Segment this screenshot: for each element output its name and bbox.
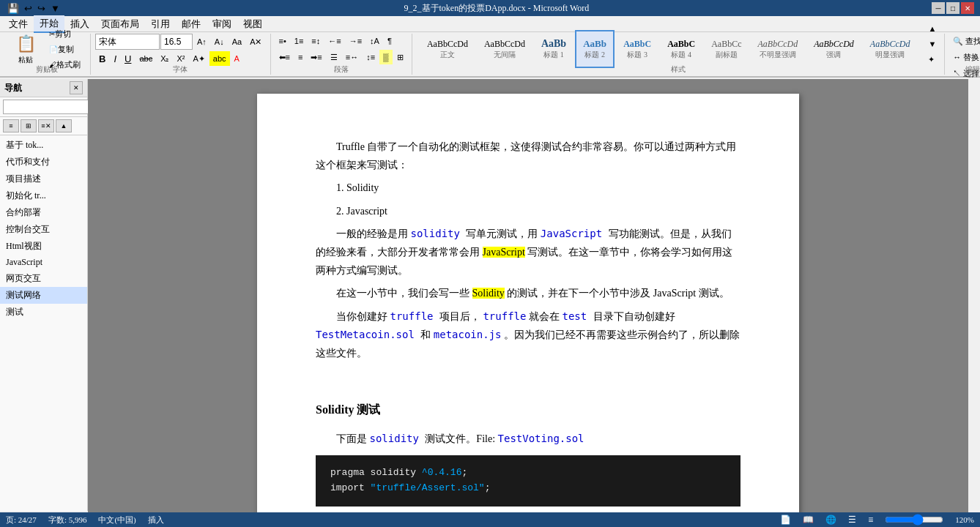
font-row-2: B I U abc X₂ X² A✦ abc A (95, 51, 243, 66)
customize-qat-button[interactable]: ▼ (49, 1, 62, 15)
sort-button[interactable]: ↕A (366, 34, 383, 48)
increase-font-button[interactable]: A↑ (193, 34, 210, 49)
nav-item-1[interactable]: 代币和支付 (0, 154, 87, 171)
find-button[interactable]: 🔍 查找 ▼ (949, 34, 980, 48)
style-h1[interactable]: AaBb 标题 1 (534, 30, 573, 68)
undo-button[interactable]: ↩ (23, 1, 34, 15)
menu-references[interactable]: 引用 (145, 16, 176, 32)
justify-button[interactable]: ☰ (327, 50, 341, 64)
style-h4[interactable]: AaBbC 标题 4 (660, 30, 702, 68)
line-spacing-button[interactable]: ↕≡ (363, 50, 379, 64)
view-web-btn[interactable]: 🌐 (825, 515, 836, 525)
font-color-button[interactable]: A (231, 51, 243, 66)
nav-items-list: 基于 tok... 代币和支付 项目描述 初始化 tr... 合约部署 控制台交… (0, 135, 87, 511)
nav-item-0[interactable]: 基于 tok... (0, 137, 87, 154)
zoom-slider[interactable] (885, 516, 943, 523)
minimize-button[interactable]: ─ (932, 2, 945, 14)
title-bar: 💾 ↩ ↪ ▼ 9_2_基于token的投票DApp.docx - Micros… (0, 0, 980, 16)
shading-button[interactable]: ▒ (379, 50, 393, 64)
style-subtle-emph[interactable]: AaBbCcDd 不明显强调 (751, 30, 806, 68)
view-fullread-btn[interactable]: 📖 (803, 515, 814, 525)
text-solidity-1: solidity (411, 228, 467, 239)
italic-button[interactable]: I (110, 51, 120, 66)
editing-group: 🔍 查找 ▼ ↔ 替换 ↖ 选择 ▼ 编辑 (945, 34, 980, 75)
style-zhengwen[interactable]: AaBbCcDd 正文 (420, 30, 475, 68)
style-h3[interactable]: AaBbC 标题 3 (616, 30, 658, 68)
style-emph[interactable]: AaBbCcDd 强调 (806, 30, 861, 68)
menu-file[interactable]: 文件 (3, 16, 34, 32)
paste-button[interactable]: 📋 粘贴 (7, 31, 44, 67)
bullets-button[interactable]: ≡• (275, 34, 290, 48)
show-marks-button[interactable]: ¶ (384, 34, 396, 48)
view-print-btn[interactable]: 📄 (780, 515, 791, 525)
align-center-button[interactable]: ≡ (294, 50, 306, 64)
font-name-input[interactable] (95, 34, 160, 50)
maximize-button[interactable]: □ (946, 2, 959, 14)
change-case-button[interactable]: Aa (229, 34, 245, 49)
nav-view-headings[interactable]: ≡ (3, 119, 19, 132)
style-h2[interactable]: AaBb 标题 2 (575, 30, 615, 68)
subscript-button[interactable]: X₂ (157, 51, 172, 66)
close-button[interactable]: ✕ (961, 2, 974, 14)
decrease-font-button[interactable]: A↓ (211, 34, 228, 49)
redo-button[interactable]: ↪ (36, 1, 47, 15)
text-highlight-button[interactable]: abc (209, 51, 230, 66)
underline-button[interactable]: U (121, 51, 135, 66)
nav-item-7[interactable]: JavaScript (0, 255, 87, 270)
styles-gallery: AaBbCcDd 正文 AaBbCcDd 无间隔 AaBb 标题 1 AaBb … (417, 30, 921, 68)
view-outline-btn[interactable]: ☰ (848, 515, 856, 525)
distributed-button[interactable]: ≡↔ (342, 50, 362, 64)
para-row-2: ⬅≡ ≡ ➡≡ ☰ ≡↔ ↕≡ ▒ ⊞ (275, 50, 407, 64)
nav-view-pages[interactable]: ⊞ (21, 119, 37, 132)
decrease-indent-button[interactable]: ←≡ (324, 34, 344, 48)
text-solidity-file: solidity (370, 433, 426, 444)
window-title: 9_2_基于token的投票DApp.docx - Microsoft Word (62, 2, 932, 15)
nav-close-btn[interactable]: ✕ (70, 81, 83, 94)
font-row-1: A↑ A↓ Aa A✕ (95, 34, 266, 50)
nav-item-3[interactable]: 初始化 tr... (0, 187, 87, 204)
align-left-button[interactable]: ⬅≡ (275, 50, 294, 64)
numbering-button[interactable]: 1≡ (291, 34, 308, 48)
code-block: pragma solidity ^0.4.16; import "truffle… (316, 455, 740, 507)
borders-button[interactable]: ⊞ (393, 50, 407, 64)
nav-item-2[interactable]: 项目描述 (0, 171, 87, 187)
menu-mailings[interactable]: 邮件 (176, 16, 207, 32)
styles-scroll-down[interactable]: ▼ (924, 37, 940, 51)
nav-view-results[interactable]: ≡✕ (38, 119, 54, 132)
text-effects-button[interactable]: A✦ (190, 51, 209, 66)
window-controls[interactable]: ─ □ ✕ (932, 2, 974, 14)
nav-item-9[interactable]: 测试网络 (0, 287, 87, 304)
increase-indent-button[interactable]: →≡ (346, 34, 365, 48)
multilevel-list-button[interactable]: ≡↕ (308, 34, 324, 48)
menu-layout[interactable]: 页面布局 (95, 16, 145, 32)
styles-scroll-up[interactable]: ▲ (924, 21, 940, 36)
font-size-input[interactable] (160, 34, 193, 50)
superscript-button[interactable]: X² (174, 51, 189, 66)
quick-access-toolbar[interactable]: 💾 ↩ ↪ ▼ (6, 1, 62, 15)
style-nospace[interactable]: AaBbCcDd 无间隔 (477, 30, 532, 68)
clear-format-button[interactable]: A✕ (246, 34, 265, 49)
style-intense-emph[interactable]: AaBbCcDd 明显强调 (863, 30, 918, 68)
nav-item-4[interactable]: 合约部署 (0, 204, 87, 221)
paragraph-group: ≡• 1≡ ≡↕ ←≡ →≡ ↕A ¶ ⬅≡ ≡ ➡≡ ☰ ≡↔ ↕≡ ▒ ⊞ … (271, 34, 412, 75)
bold-button[interactable]: B (95, 51, 109, 66)
nav-item-8[interactable]: 网页交互 (0, 270, 87, 287)
menu-review[interactable]: 审阅 (207, 16, 237, 32)
list-item-1: 1. Solidity (336, 179, 740, 197)
replace-button[interactable]: ↔ 替换 (949, 50, 980, 64)
menu-view[interactable]: 视图 (237, 16, 268, 32)
nav-scroll-up[interactable]: ▲ (56, 119, 72, 132)
nav-item-10[interactable]: 测试 (0, 304, 87, 321)
font-label: 字体 (91, 64, 270, 75)
align-right-button[interactable]: ➡≡ (307, 50, 325, 64)
view-draft-btn[interactable]: ≡ (868, 515, 873, 525)
nav-item-6[interactable]: Html视图 (0, 238, 87, 255)
nav-item-5[interactable]: 控制台交互 (0, 221, 87, 238)
save-button[interactable]: 💾 (6, 1, 21, 15)
para-experience: 一般的经验是用 solidity 写单元测试，用 JavaScript 写功能测… (316, 225, 740, 280)
copy-button[interactable]: 📄 复制 (45, 42, 84, 56)
style-subtitle[interactable]: AaBbCc 副标题 (704, 30, 749, 68)
strikethrough-button[interactable]: abc (136, 51, 156, 66)
document-area[interactable]: Truffle Truffle 自带了一个自动化的测试框架。这使得测试合约非常容… (88, 79, 968, 512)
cut-button[interactable]: ✂ 剪切 (45, 26, 84, 41)
